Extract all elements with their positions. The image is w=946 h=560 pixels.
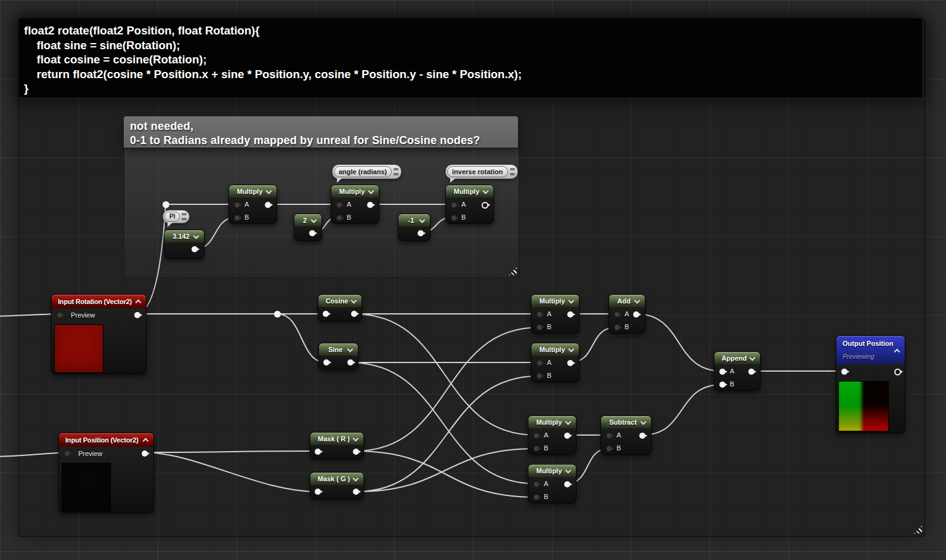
input-pin-a[interactable] — [536, 360, 543, 366]
preview-input-pin[interactable] — [64, 450, 70, 457]
output-pin[interactable] — [142, 450, 148, 457]
node-title: Mask ( R ) — [318, 435, 356, 442]
output-pin[interactable] — [353, 489, 359, 495]
reroute-dot[interactable] — [163, 201, 169, 208]
node-constant-3142[interactable]: 3.142 — [164, 230, 204, 259]
node-multiply-4[interactable]: MultiplyAB — [528, 464, 576, 503]
output-pin[interactable] — [367, 202, 373, 208]
input-pin-a[interactable] — [234, 202, 240, 208]
node-header-mask-g[interactable]: Mask ( G ) — [310, 473, 363, 485]
input-pin-a[interactable] — [606, 433, 612, 439]
reroute-dot[interactable] — [274, 311, 281, 318]
node-header-input-position[interactable]: Input Position (Vector2) — [59, 433, 153, 447]
output-pin[interactable] — [748, 369, 754, 375]
output-pin[interactable] — [309, 230, 315, 236]
node-header-output-position[interactable]: Output PositionPreviewing — [836, 336, 905, 364]
preview-image — [62, 463, 111, 511]
input-pin[interactable] — [323, 311, 329, 317]
node-append[interactable]: AppendAB — [714, 351, 761, 391]
input-pin-b[interactable] — [536, 373, 543, 379]
input-pin-b[interactable] — [533, 494, 540, 500]
node-header-subtract[interactable]: Subtract — [601, 416, 651, 428]
node-multiply-b[interactable]: MultiplyAB — [331, 185, 379, 224]
output-pin[interactable] — [353, 449, 359, 455]
node-header-cosine[interactable]: Cosine — [318, 295, 362, 307]
input-pin-a[interactable] — [533, 481, 540, 487]
node-header-multiply-b[interactable]: Multiply — [331, 185, 379, 198]
node-header-multiply-1[interactable]: Multiply — [532, 295, 579, 307]
input-pin-b[interactable] — [606, 446, 612, 452]
chevron-up-icon[interactable] — [894, 349, 900, 355]
preview-input-pin[interactable] — [57, 312, 63, 318]
input-pin-a[interactable] — [614, 311, 620, 318]
named-reroute-pi[interactable]: PI — [163, 210, 190, 223]
input-pin-b[interactable] — [336, 215, 342, 221]
input-pin-a[interactable] — [533, 433, 540, 439]
output-pin[interactable] — [633, 311, 639, 318]
input-pin[interactable] — [315, 489, 321, 495]
node-multiply-2[interactable]: MultiplyAB — [531, 343, 580, 382]
output-pin[interactable] — [265, 202, 271, 208]
node-title: Multiply — [536, 467, 568, 474]
input-pin-a[interactable] — [719, 369, 726, 375]
input-pin-b[interactable] — [719, 382, 726, 388]
output-pin[interactable] — [134, 312, 140, 318]
node-output-position[interactable]: Output PositionPreviewing — [836, 335, 905, 433]
node-header-multiply-3[interactable]: Multiply — [528, 416, 576, 428]
node-header-multiply-a[interactable]: Multiply — [229, 185, 277, 198]
node-multiply-1[interactable]: MultiplyAB — [531, 294, 580, 334]
output-pin[interactable] — [567, 311, 573, 318]
output-pin[interactable] — [347, 359, 354, 366]
node-header-input-rotation[interactable]: Input Rotation (Vector2) — [52, 295, 146, 308]
node-add[interactable]: AddAB — [608, 294, 645, 334]
output-pin[interactable] — [351, 311, 357, 317]
node-header-constant-3142[interactable]: 3.142 — [164, 230, 204, 242]
node-multiply-c[interactable]: MultiplyAB — [445, 185, 494, 224]
node-header-sine[interactable]: Sine — [319, 343, 358, 356]
node-mask-r[interactable]: Mask ( R ) — [310, 432, 364, 459]
node-constant-neg1[interactable]: -1 — [398, 214, 431, 241]
wire — [0, 314, 59, 316]
input-pin-b[interactable] — [614, 324, 620, 330]
node-header-add[interactable]: Add — [609, 295, 645, 307]
node-header-constant-neg1[interactable]: -1 — [398, 214, 430, 226]
input-pin-a[interactable] — [336, 202, 342, 208]
node-header-multiply-c[interactable]: Multiply — [446, 185, 493, 198]
node-header-constant-2[interactable]: 2 — [294, 214, 321, 226]
node-title: Output Position — [843, 337, 893, 350]
output-pin[interactable] — [564, 481, 570, 487]
input-pin-b[interactable] — [533, 446, 540, 452]
node-constant-2[interactable]: 2 — [294, 214, 322, 241]
output-pin[interactable] — [418, 230, 424, 236]
input-pin-a[interactable] — [451, 202, 457, 208]
node-header-multiply-4[interactable]: Multiply — [528, 465, 576, 477]
input-pin-b[interactable] — [536, 324, 543, 330]
node-subtract[interactable]: SubtractAB — [600, 415, 652, 455]
node-multiply-3[interactable]: MultiplyAB — [528, 415, 576, 455]
node-multiply-a[interactable]: MultiplyAB — [228, 185, 277, 224]
output-pin[interactable] — [639, 433, 645, 439]
input-pin[interactable] — [315, 449, 321, 455]
input-pin-b[interactable] — [234, 215, 240, 221]
node-input-position[interactable]: Input Position (Vector2)Preview — [59, 433, 154, 513]
input-pin-b[interactable] — [451, 215, 457, 221]
node-mask-g[interactable]: Mask ( G ) — [310, 472, 364, 499]
output-pin[interactable] — [894, 369, 901, 375]
pin-label-b: B — [617, 444, 621, 452]
output-pin[interactable] — [564, 433, 570, 439]
node-header-append[interactable]: Append — [714, 352, 760, 364]
output-pin[interactable] — [192, 246, 198, 252]
named-reroute-inverse-rotation[interactable]: inverse rotation — [445, 164, 518, 179]
node-header-multiply-2[interactable]: Multiply — [532, 343, 579, 356]
pin-label-b: B — [544, 493, 548, 500]
node-input-rotation[interactable]: Input Rotation (Vector2)Preview — [51, 294, 147, 374]
output-pin[interactable] — [567, 360, 573, 366]
input-pin[interactable] — [841, 369, 847, 375]
node-cosine[interactable]: Cosine — [318, 294, 362, 321]
named-reroute-angle-radians[interactable]: angle (radians) — [332, 164, 402, 179]
node-sine[interactable]: Sine — [318, 343, 358, 370]
input-pin-a[interactable] — [536, 311, 543, 318]
node-header-mask-r[interactable]: Mask ( R ) — [310, 433, 363, 445]
input-pin[interactable] — [323, 359, 329, 366]
output-pin[interactable] — [482, 202, 488, 209]
